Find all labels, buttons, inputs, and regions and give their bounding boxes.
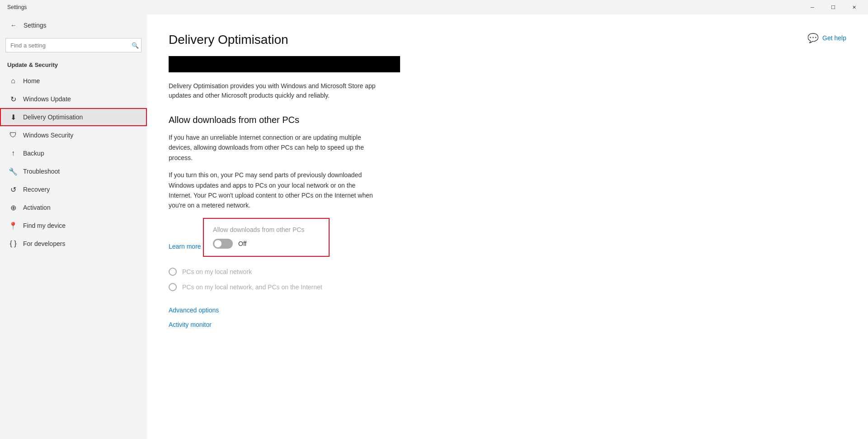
learn-more-link[interactable]: Learn more — [169, 243, 201, 250]
content-area: 💬 Get help Delivery Optimisation Deliver… — [147, 14, 868, 439]
search-input[interactable] — [5, 38, 142, 52]
sidebar-item-troubleshoot-label: Troubleshoot — [23, 168, 60, 175]
activation-icon: ⊕ — [9, 203, 18, 212]
close-button[interactable]: ✕ — [844, 0, 864, 14]
sidebar-section-title: Update & Security — [0, 56, 147, 72]
sidebar-item-for-developers[interactable]: { } For developers — [0, 235, 147, 253]
search-box: 🔍 — [5, 38, 142, 52]
sidebar-item-activation[interactable]: ⊕ Activation — [0, 198, 147, 217]
toggle-knob — [214, 240, 222, 247]
sidebar-item-find-my-device-label: Find my device — [23, 222, 66, 229]
radio-option-local-network: PCs on my local network — [169, 268, 846, 276]
sidebar-item-windows-update[interactable]: ↻ Windows Update — [0, 90, 147, 108]
sidebar-item-delivery-optimisation-label: Delivery Optimisation — [23, 113, 83, 121]
body-text-2: If you turn this on, your PC may send pa… — [169, 170, 377, 211]
search-icon: 🔍 — [132, 42, 139, 49]
advanced-options-link[interactable]: Advanced options — [169, 307, 846, 314]
page-description: Delivery Optimisation provides you with … — [169, 81, 377, 100]
for-developers-icon: { } — [9, 239, 18, 248]
titlebar-controls: ─ ☐ ✕ — [802, 0, 864, 14]
sidebar-item-home-label: Home — [23, 77, 40, 85]
radio-local-network[interactable] — [169, 268, 177, 276]
sidebar-item-windows-security[interactable]: 🛡 Windows Security — [0, 126, 147, 144]
back-button[interactable]: ← — [7, 19, 20, 32]
titlebar: Settings ─ ☐ ✕ — [0, 0, 868, 14]
sidebar-item-delivery-optimisation[interactable]: ⬇ Delivery Optimisation — [0, 108, 147, 126]
get-help-button[interactable]: 💬 Get help — [807, 33, 846, 43]
radio-option-local-and-internet: PCs on my local network, and PCs on the … — [169, 283, 846, 291]
sidebar-header: ← Settings — [0, 14, 147, 36]
allow-downloads-toggle[interactable] — [213, 239, 233, 249]
toggle-section: Allow downloads from other PCs Off — [203, 218, 330, 257]
get-help-icon: 💬 — [807, 33, 819, 43]
page-title: Delivery Optimisation — [169, 33, 846, 47]
find-my-device-icon: 📍 — [9, 221, 18, 230]
sidebar-item-recovery[interactable]: ↺ Recovery — [0, 180, 147, 198]
windows-security-icon: 🛡 — [9, 131, 18, 140]
sidebar-app-title: Settings — [24, 22, 47, 29]
sidebar: ← Settings 🔍 Update & Security ⌂ Home ↻ … — [0, 14, 147, 439]
home-icon: ⌂ — [9, 76, 18, 85]
radio-local-and-internet-label: PCs on my local network, and PCs on the … — [182, 283, 322, 291]
sidebar-item-find-my-device[interactable]: 📍 Find my device — [0, 217, 147, 235]
toggle-row: Off — [213, 239, 320, 249]
section-heading: Allow downloads from other PCs — [169, 115, 846, 125]
sidebar-item-windows-update-label: Windows Update — [23, 95, 71, 103]
toggle-label: Allow downloads from other PCs — [213, 226, 320, 233]
windows-update-icon: ↻ — [9, 94, 18, 104]
body-text-1: If you have an unreliable Internet conne… — [169, 132, 377, 163]
sidebar-item-windows-security-label: Windows Security — [23, 132, 73, 139]
sidebar-item-for-developers-label: For developers — [23, 240, 65, 247]
sidebar-item-backup[interactable]: ↑ Backup — [0, 144, 147, 162]
titlebar-title: Settings — [7, 4, 27, 10]
back-icon: ← — [10, 22, 17, 29]
sidebar-item-troubleshoot[interactable]: 🔧 Troubleshoot — [0, 162, 147, 180]
toggle-status-label: Off — [238, 240, 246, 247]
sidebar-item-activation-label: Activation — [23, 204, 51, 211]
troubleshoot-icon: 🔧 — [9, 167, 18, 176]
recovery-icon: ↺ — [9, 185, 18, 194]
minimize-button[interactable]: ─ — [802, 0, 823, 14]
sidebar-item-recovery-label: Recovery — [23, 186, 50, 193]
maximize-button[interactable]: ☐ — [823, 0, 844, 14]
radio-local-and-internet[interactable] — [169, 283, 177, 291]
delivery-optimisation-icon: ⬇ — [9, 113, 18, 122]
content-image-bar — [169, 56, 400, 72]
activity-monitor-link[interactable]: Activity monitor — [169, 321, 846, 328]
radio-local-network-label: PCs on my local network — [182, 268, 252, 275]
main-window: ← Settings 🔍 Update & Security ⌂ Home ↻ … — [0, 14, 868, 439]
sidebar-item-home[interactable]: ⌂ Home — [0, 72, 147, 90]
backup-icon: ↑ — [9, 149, 18, 158]
get-help-label: Get help — [822, 34, 846, 42]
sidebar-item-backup-label: Backup — [23, 150, 44, 157]
